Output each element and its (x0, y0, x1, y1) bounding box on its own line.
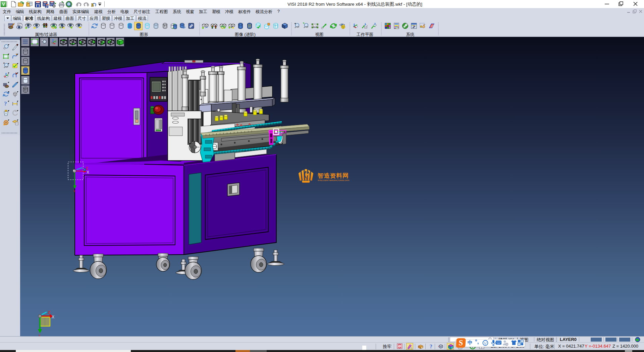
svg-text:?: ? (430, 344, 432, 349)
svg-text:7: 7 (506, 343, 507, 346)
svg-text:INTELLIGENT MANUFACTURING DATA: INTELLIGENT MANUFACTURING DATA (318, 179, 350, 181)
svg-text:1:1: 1:1 (313, 25, 317, 28)
svg-text:Z: Z (48, 310, 50, 314)
svg-text:X: X (87, 170, 89, 175)
svg-text:v: v (39, 334, 40, 336)
svg-text:v: v (73, 189, 75, 193)
svg-text:?: ? (4, 100, 7, 107)
svg-text:智造资料网: 智造资料网 (317, 172, 349, 179)
svg-text:X: X (52, 315, 54, 319)
